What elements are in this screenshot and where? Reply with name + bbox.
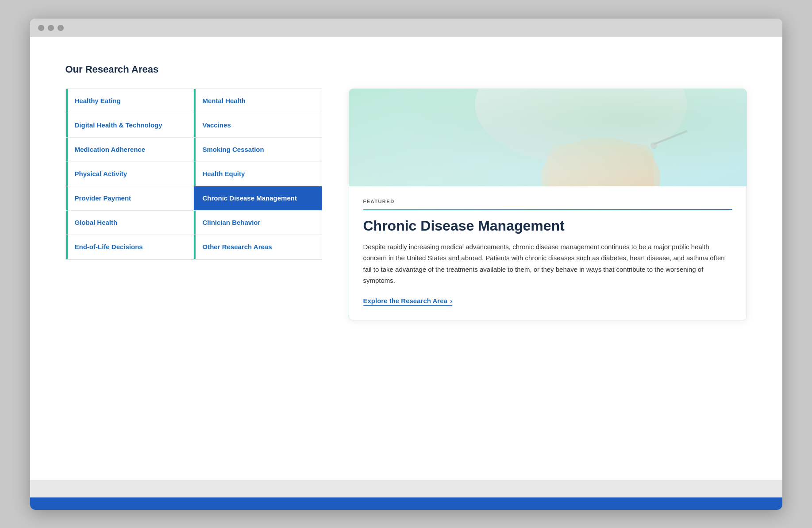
- left-panel: Healthy Eating Mental Health Digital Hea…: [65, 89, 322, 260]
- main-layout: Healthy Eating Mental Health Digital Hea…: [65, 89, 747, 320]
- grid-item-other-research[interactable]: Other Research Areas: [194, 235, 322, 259]
- featured-image: [349, 89, 747, 186]
- research-grid: Healthy Eating Mental Health Digital Hea…: [65, 89, 322, 260]
- grid-item-label: Digital Health & Technology: [75, 121, 162, 129]
- featured-title: Chronic Disease Management: [363, 217, 732, 234]
- featured-card: FEATURED Chronic Disease Management Desp…: [349, 89, 747, 320]
- grid-item-mental-health[interactable]: Mental Health: [194, 89, 322, 113]
- grid-item-end-of-life[interactable]: End-of-Life Decisions: [66, 235, 194, 259]
- grid-item-label: Health Equity: [203, 170, 245, 177]
- grid-item-label: End-of-Life Decisions: [75, 243, 143, 251]
- explore-link-arrow: ›: [450, 297, 452, 304]
- featured-description: Despite rapidly increasing medical advan…: [363, 241, 732, 286]
- grid-item-chronic-disease[interactable]: Chronic Disease Management: [194, 186, 322, 211]
- minimize-button[interactable]: [48, 25, 54, 31]
- browser-content: Our Research Areas Healthy Eating Mental…: [30, 37, 782, 480]
- grid-item-global-health[interactable]: Global Health: [66, 211, 194, 235]
- browser-window: Our Research Areas Healthy Eating Mental…: [30, 19, 782, 510]
- grid-item-medication-adherence[interactable]: Medication Adherence: [66, 138, 194, 162]
- grid-item-label: Medication Adherence: [75, 146, 145, 153]
- close-button[interactable]: [38, 25, 44, 31]
- grid-item-healthy-eating[interactable]: Healthy Eating: [66, 89, 194, 113]
- page-title: Our Research Areas: [65, 64, 747, 75]
- grid-item-smoking-cessation[interactable]: Smoking Cessation: [194, 138, 322, 162]
- grid-item-label: Chronic Disease Management: [203, 194, 297, 202]
- grid-item-digital-health[interactable]: Digital Health & Technology: [66, 113, 194, 138]
- grid-item-vaccines[interactable]: Vaccines: [194, 113, 322, 138]
- grid-item-label: Other Research Areas: [203, 243, 272, 251]
- titlebar: [30, 19, 782, 37]
- explore-link[interactable]: Explore the Research Area ›: [363, 297, 452, 306]
- maximize-button[interactable]: [58, 25, 64, 31]
- grid-item-label: Healthy Eating: [75, 97, 121, 104]
- grid-item-label: Provider Payment: [75, 194, 131, 202]
- grid-item-label: Vaccines: [203, 121, 231, 129]
- right-panel: FEATURED Chronic Disease Management Desp…: [349, 89, 747, 320]
- grid-item-health-equity[interactable]: Health Equity: [194, 162, 322, 186]
- grid-item-label: Global Health: [75, 219, 118, 226]
- featured-label: FEATURED: [363, 199, 732, 204]
- grid-item-provider-payment[interactable]: Provider Payment: [66, 186, 194, 211]
- grid-item-label: Smoking Cessation: [203, 146, 264, 153]
- bottom-bar: [30, 497, 782, 510]
- grid-item-label: Physical Activity: [75, 170, 127, 177]
- grid-item-label: Clinician Behavior: [203, 219, 261, 226]
- grid-item-clinician-behavior[interactable]: Clinician Behavior: [194, 211, 322, 235]
- featured-divider: [363, 209, 732, 210]
- image-overlay: [349, 89, 747, 186]
- explore-link-text: Explore the Research Area: [363, 297, 447, 304]
- grid-item-physical-activity[interactable]: Physical Activity: [66, 162, 194, 186]
- featured-body: FEATURED Chronic Disease Management Desp…: [349, 186, 747, 320]
- grid-item-label: Mental Health: [203, 97, 246, 104]
